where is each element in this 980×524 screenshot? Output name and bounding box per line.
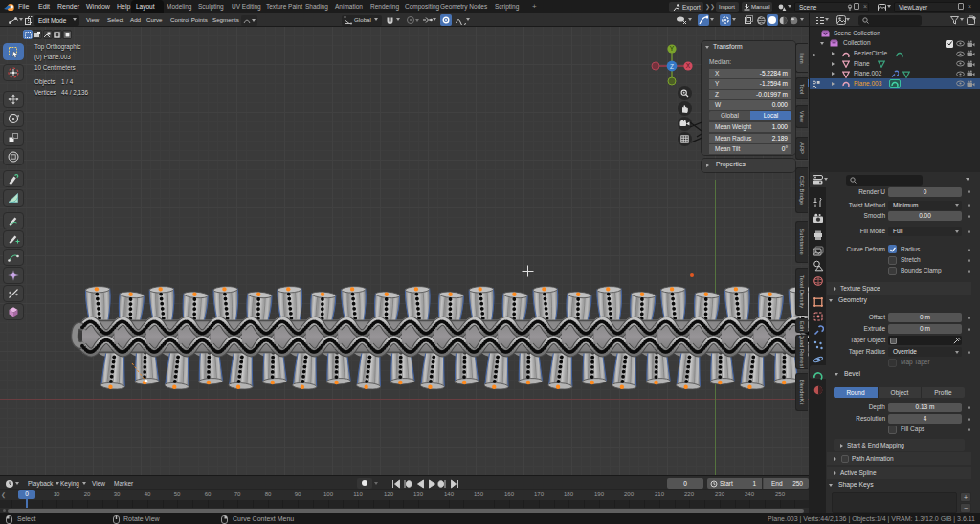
svg-text:X: X bbox=[686, 62, 691, 69]
svg-text:Y: Y bbox=[670, 45, 675, 52]
svg-text:Z: Z bbox=[670, 63, 674, 70]
